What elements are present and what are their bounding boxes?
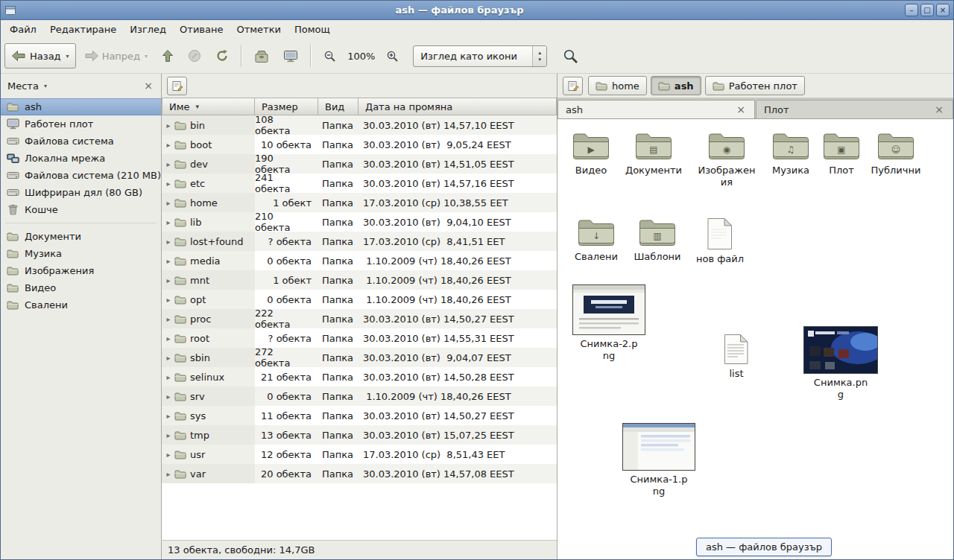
sidebar-item[interactable]: Свалени — [1, 296, 161, 314]
table-row[interactable]: ▸mnt1 обектПапка 1.10.2009 (чт) 18,40,26… — [162, 270, 557, 290]
sidebar-title[interactable]: Места — [7, 80, 39, 92]
table-row[interactable]: ▸lost+found? обектаПапка17.03.2010 (ср) … — [162, 232, 557, 251]
expander-icon[interactable]: ▸ — [165, 199, 172, 207]
zoom-out-button[interactable] — [318, 43, 342, 69]
tab-close-icon[interactable]: × — [933, 104, 945, 115]
menu-item[interactable]: Помощ — [288, 20, 337, 39]
table-row[interactable]: ▸srv0 обектаПапка 1.10.2009 (чт) 18,40,2… — [162, 386, 557, 406]
icon-item[interactable]: Снимка-2.png — [570, 284, 648, 361]
search-button[interactable] — [557, 43, 584, 69]
location-toggle-button[interactable] — [167, 77, 187, 95]
icon-item[interactable]: list — [705, 334, 768, 380]
sidebar-item[interactable]: Файлова система (210 MB) — [1, 167, 161, 184]
expander-icon[interactable]: ▸ — [165, 218, 172, 226]
sidebar-item[interactable]: Кошче — [1, 201, 161, 218]
table-row[interactable]: ▸proc222 обектаПапка30.03.2010 (вт) 14,5… — [162, 309, 557, 328]
expander-icon[interactable]: ▸ — [165, 257, 172, 265]
expander-icon[interactable]: ▸ — [165, 179, 172, 188]
tab-close-icon[interactable]: × — [735, 104, 747, 115]
table-row[interactable]: ▸home1 обектПапка17.03.2010 (ср) 10,38,5… — [162, 193, 557, 212]
tab[interactable]: ash× — [557, 100, 755, 118]
menu-item[interactable]: Редактиране — [43, 20, 123, 39]
table-row[interactable]: ▸bin108 обектаПапка30.03.2010 (вт) 14,57… — [162, 115, 557, 135]
back-button[interactable]: Назад ▾ — [4, 43, 76, 69]
table-row[interactable]: ▸media0 обектаПапка 1.10.2009 (чт) 18,40… — [162, 251, 557, 270]
titlebar[interactable]: ash — файлов браузър – □ × — [1, 1, 953, 20]
column-header[interactable]: Размер — [255, 98, 318, 115]
sidebar-item[interactable]: Музика — [1, 245, 161, 262]
location-toggle-button[interactable] — [563, 77, 583, 95]
computer-button[interactable] — [277, 43, 304, 69]
sidebar-mode-dropdown-icon[interactable]: ▾ — [44, 83, 47, 89]
icon-item[interactable]: ▥Шаблони — [626, 217, 689, 263]
table-row[interactable]: ▸opt0 обектаПапка 1.10.2009 (чт) 18,40,2… — [162, 290, 557, 309]
icon-view[interactable]: ▶Видео▤Документи◉Изображения♫Музика▣Плот… — [557, 119, 953, 559]
icon-item[interactable]: ☺Публични — [865, 131, 927, 176]
table-row[interactable]: ▸usr12 обектаПапка17.03.2010 (ср) 8,51,4… — [162, 445, 557, 464]
sidebar-item[interactable]: Файлова система — [1, 133, 161, 150]
expander-icon[interactable]: ▸ — [165, 334, 172, 343]
sidebar-item[interactable]: Изображения — [1, 262, 161, 279]
expander-icon[interactable]: ▸ — [165, 451, 172, 459]
maximize-button[interactable]: □ — [920, 4, 934, 16]
stop-button[interactable] — [182, 43, 207, 69]
menu-item[interactable]: Отиване — [173, 20, 230, 39]
table-row[interactable]: ▸etc241 обектаПапка30.03.2010 (вт) 14,57… — [162, 174, 557, 193]
menu-item[interactable]: Файл — [3, 20, 43, 39]
expander-icon[interactable]: ▸ — [165, 431, 172, 439]
table-row[interactable]: ▸var20 обектаПапка30.03.2010 (вт) 14,57,… — [162, 464, 557, 483]
sidebar-item[interactable]: Документи — [1, 228, 161, 245]
back-dropdown-icon[interactable]: ▾ — [66, 53, 69, 60]
home-folder-button[interactable] — [248, 43, 275, 69]
minimize-button[interactable]: – — [905, 4, 918, 16]
icon-item[interactable]: ◉Изображения — [695, 131, 758, 188]
expander-icon[interactable]: ▸ — [165, 470, 172, 478]
icon-item[interactable]: ▤Документи — [622, 131, 685, 176]
table-row[interactable]: ▸boot10 обектаПапка30.03.2010 (вт) 9,05,… — [162, 135, 557, 154]
expander-icon[interactable]: ▸ — [165, 373, 172, 381]
sidebar-item[interactable]: Шифриран дял (80 GB) — [1, 184, 161, 201]
combo-spinner-icon[interactable]: ▴▾ — [532, 46, 546, 66]
icon-item[interactable]: ▶Видео — [560, 131, 622, 176]
expander-icon[interactable]: ▸ — [165, 392, 172, 401]
table-row[interactable]: ▸sys11 обектаПапка30.03.2010 (вт) 14,50,… — [162, 406, 557, 425]
tab[interactable]: Плот× — [756, 100, 953, 118]
table-row[interactable]: ▸selinux21 обектаПапка30.03.2010 (вт) 14… — [162, 367, 557, 386]
sidebar-item[interactable]: ash — [1, 98, 161, 115]
table-row[interactable]: ▸lib210 обектаПапка30.03.2010 (вт) 9,04,… — [162, 212, 557, 232]
expander-icon[interactable]: ▸ — [165, 354, 172, 362]
table-row[interactable]: ▸tmp13 обектаПапка30.03.2010 (вт) 15,07,… — [162, 425, 557, 445]
up-button[interactable] — [156, 43, 180, 69]
view-mode-select[interactable]: Изглед като икони ▴▾ — [413, 45, 547, 67]
zoom-in-button[interactable] — [380, 43, 405, 69]
sidebar-item[interactable]: Видео — [1, 279, 161, 296]
expander-icon[interactable]: ▸ — [165, 296, 172, 304]
sidebar-item[interactable]: Работен плот — [1, 115, 161, 133]
menu-item[interactable]: Изглед — [123, 20, 173, 39]
forward-dropdown-icon[interactable]: ▾ — [145, 53, 148, 60]
pathbar-button[interactable]: home — [588, 76, 647, 95]
expander-icon[interactable]: ▸ — [165, 276, 172, 284]
table-row[interactable]: ▸dev190 обектаПапка30.03.2010 (вт) 14,51… — [162, 154, 557, 174]
icon-item[interactable]: Снимка.png — [802, 326, 879, 400]
column-header[interactable]: Дата на промяна — [358, 98, 557, 115]
expander-icon[interactable]: ▸ — [165, 315, 172, 323]
reload-button[interactable] — [209, 43, 235, 69]
expander-icon[interactable]: ▸ — [165, 141, 172, 149]
icon-item[interactable]: Снимка-1.png — [620, 423, 698, 497]
pathbar-button[interactable]: Работен плот — [705, 76, 805, 95]
table-row[interactable]: ▸sbin272 обектаПапка30.03.2010 (вт) 9,04… — [162, 348, 557, 367]
icon-item[interactable]: ↓Свалени — [565, 217, 628, 263]
icon-item[interactable]: ▣Плот — [810, 131, 873, 176]
pathbar-button[interactable]: ash — [651, 76, 701, 95]
expander-icon[interactable]: ▸ — [165, 412, 172, 420]
expander-icon[interactable]: ▸ — [165, 121, 172, 130]
table-row[interactable]: ▸root? обектаПапка30.03.2010 (вт) 14,55,… — [162, 328, 557, 348]
forward-button[interactable]: Напред ▾ — [78, 43, 154, 69]
sidebar-close-icon[interactable]: × — [142, 80, 154, 91]
expander-icon[interactable]: ▸ — [165, 238, 172, 246]
expander-icon[interactable]: ▸ — [165, 160, 172, 168]
column-header[interactable]: Име▾ — [162, 98, 255, 115]
close-button[interactable]: × — [936, 4, 950, 16]
column-header[interactable]: Вид — [318, 98, 358, 115]
